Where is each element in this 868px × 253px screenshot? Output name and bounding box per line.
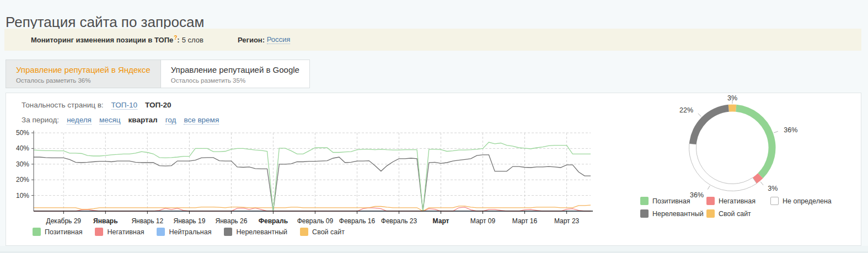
donut-data-label: 22% <box>679 106 693 114</box>
legend-item: Нерелевантный <box>224 228 287 236</box>
legend-swatch <box>224 228 232 236</box>
svg-text:10%: 10% <box>16 192 29 200</box>
tonality-donut-chart: 3%36%3%36%22% <box>665 93 819 201</box>
tab-yandex-subtitle: Осталось разметить 36% <box>16 77 151 84</box>
legend-swatch <box>95 228 103 236</box>
period-row: За период:неделямесяцкварталгодвсе время <box>22 116 219 124</box>
x-axis-label: Март 23 <box>554 217 580 225</box>
tonality-panel: Тональность страниц в:ТОП-10ТОП-20 За пе… <box>6 93 861 246</box>
legend-label: Позитивная <box>45 228 82 236</box>
period-option[interactable]: все время <box>184 116 219 125</box>
x-axis-label: Январь 26 <box>215 217 247 225</box>
legend-swatch <box>640 209 649 218</box>
monitoring-colon: : <box>177 36 179 44</box>
tab-google[interactable]: Управление репутацией в Google Осталось … <box>161 60 310 88</box>
legend-item: Негативная <box>95 228 144 236</box>
monitoring-label: Мониторинг изменения позиции в ТОПе <box>31 36 173 44</box>
region-label: Регион: <box>238 36 265 44</box>
legend-swatch <box>706 209 715 218</box>
svg-text:30%: 30% <box>16 160 29 168</box>
legend-swatch <box>300 228 308 236</box>
legend-item: Позитивная <box>33 228 82 236</box>
monitoring-value: 5 слов <box>182 36 203 44</box>
tab-yandex-title: Управление репутацией в Яндексе <box>16 65 151 74</box>
legend-item: Свой сайт <box>300 228 345 236</box>
tonality-label: Тональность страниц в: <box>22 101 104 109</box>
x-axis-label: Январь <box>93 217 117 225</box>
legend-swatch <box>640 197 649 205</box>
x-axis-label: Февраль 16 <box>339 217 376 225</box>
legend-label: Нерелевантный <box>236 228 287 236</box>
bottom-divider <box>0 246 868 253</box>
legend-label: Нерелевантный <box>652 210 704 218</box>
period-option[interactable]: месяц <box>99 116 121 125</box>
legend-label: Нейтральная <box>169 228 211 236</box>
legend-label: Не определена <box>783 197 832 205</box>
donut-data-label: 3% <box>727 94 737 102</box>
tab-google-subtitle: Осталось разметить 35% <box>171 77 299 84</box>
x-axis-label: Март <box>433 217 449 225</box>
legend-item: Нейтральная <box>157 228 211 236</box>
legend-item: Свой сайт <box>706 209 770 218</box>
legend-item: Не определена <box>770 197 832 205</box>
help-icon[interactable]: ? <box>174 35 177 41</box>
tonality-options: ТОП-10ТОП-20 <box>104 101 172 109</box>
legend-item: Позитивная <box>640 197 706 205</box>
legend-item: Нерелевантный <box>640 209 706 218</box>
legend-swatch <box>33 228 41 236</box>
legend-item: Негативная <box>706 197 770 205</box>
donut-data-label: 3% <box>768 185 778 192</box>
legend-swatch <box>157 228 165 236</box>
legend-swatch <box>706 197 715 205</box>
tonality-option[interactable]: ТОП-10 <box>111 101 137 110</box>
monitoring-bar: Мониторинг изменения позиции в ТОПе?: 5 … <box>4 29 861 51</box>
tab-google-title: Управление репутацией в Google <box>171 65 299 74</box>
legend-label: Позитивная <box>652 197 690 205</box>
tonality-row: Тональность страниц в:ТОП-10ТОП-20 <box>22 101 172 109</box>
x-axis-label: Январь 19 <box>173 217 205 225</box>
tonality-line-chart: 10%20%30%40%50%Декабрь 29ЯнварьЯнварь 12… <box>8 126 609 229</box>
legend-label: Негативная <box>107 228 144 236</box>
line-chart-canvas: 10%20%30%40%50%Декабрь 29ЯнварьЯнварь 12… <box>8 126 609 227</box>
tonality-selected: ТОП-20 <box>145 101 172 109</box>
period-option[interactable]: год <box>165 116 176 125</box>
period-selected: квартал <box>128 116 158 124</box>
period-options: неделямесяцкварталгодвсе время <box>59 116 219 124</box>
x-axis-label: Март 16 <box>512 217 538 225</box>
svg-text:40%: 40% <box>16 144 29 152</box>
legend-label: Свой сайт <box>312 228 345 236</box>
period-option[interactable]: неделя <box>67 116 92 125</box>
x-axis-label: Февраль <box>259 217 288 225</box>
legend-label: Свой сайт <box>719 210 751 218</box>
reputation-tabs: Управление репутацией в Яндексе Осталось… <box>6 60 310 88</box>
donut-data-label: 36% <box>784 126 797 134</box>
donut-chart-legend: ПозитивнаяНегативнаяНе определенаНерелев… <box>640 197 832 218</box>
x-axis-label: Январь 12 <box>131 217 163 225</box>
period-label: За период: <box>22 116 59 124</box>
x-axis-label: Февраль 09 <box>297 217 334 225</box>
x-axis-label: Февраль 23 <box>381 217 417 225</box>
line-chart-legend: ПозитивнаяНегативнаяНейтральнаяНерелеван… <box>33 228 345 236</box>
legend-swatch <box>770 197 779 205</box>
legend-label: Негативная <box>719 197 756 205</box>
x-axis-label: Март 09 <box>470 217 496 225</box>
svg-text:50%: 50% <box>16 129 29 137</box>
svg-text:20%: 20% <box>16 176 29 184</box>
x-axis-label: Декабрь 29 <box>46 217 82 225</box>
donut-chart-canvas: 3%36%3%36%22% <box>665 93 819 199</box>
tab-yandex[interactable]: Управление репутацией в Яндексе Осталось… <box>6 60 161 88</box>
region-link[interactable]: Россия <box>267 35 291 44</box>
